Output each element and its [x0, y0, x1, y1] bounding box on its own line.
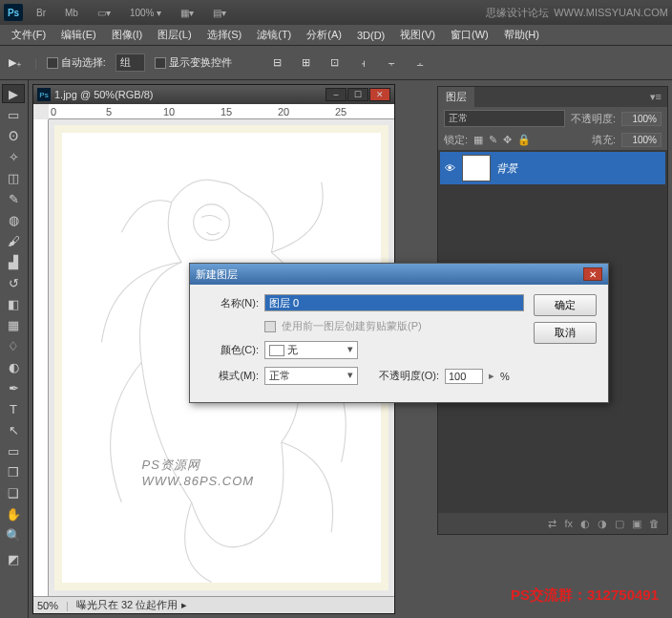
menu-image[interactable]: 图像(I)	[106, 26, 148, 44]
dialog-titlebar[interactable]: 新建图层 ✕	[190, 264, 608, 285]
br-button[interactable]: Br	[31, 6, 52, 20]
layer-name[interactable]: 背景	[496, 161, 517, 176]
crop-tool[interactable]: ◫	[2, 168, 25, 187]
vertical-ruler	[33, 119, 49, 596]
screenmode-icon[interactable]: ▭▾	[92, 6, 116, 20]
mode-label: 模式(M):	[201, 369, 259, 383]
lock-pixels-icon[interactable]: ✎	[489, 134, 497, 146]
arrange-icon[interactable]: ▤▾	[207, 6, 232, 20]
link-layers-icon[interactable]: ⇄	[548, 518, 556, 530]
align-icon[interactable]: ⫞	[354, 55, 373, 71]
autoselect-checkbox[interactable]: 自动选择:	[47, 55, 106, 70]
menu-select[interactable]: 选择(S)	[201, 26, 248, 44]
gradient-tool[interactable]: ▦	[2, 315, 25, 334]
stamp-tool[interactable]: ▟	[2, 252, 25, 271]
3d-camera-tool[interactable]: ❑	[2, 483, 25, 502]
color-swap-icon[interactable]: ◩	[2, 546, 25, 571]
dialog-close-button[interactable]: ✕	[583, 267, 602, 281]
move-tool[interactable]: ▶	[2, 84, 25, 103]
layer-thumbnail[interactable]	[462, 155, 491, 181]
autoselect-type-select[interactable]: 组	[116, 53, 145, 72]
dodge-tool[interactable]: ◐	[2, 357, 25, 376]
brush-tool[interactable]: 🖌	[2, 231, 25, 250]
menu-help[interactable]: 帮助(H)	[498, 26, 545, 44]
lock-all-icon[interactable]: 🔒	[517, 134, 531, 146]
3d-tool[interactable]: ❒	[2, 462, 25, 481]
path-tool[interactable]: ↖	[2, 420, 25, 439]
percent-label: %	[500, 371, 510, 382]
marquee-tool[interactable]: ▭	[2, 105, 25, 124]
mb-button[interactable]: Mb	[59, 6, 84, 20]
show-transform-checkbox[interactable]: 显示变换控件	[155, 55, 232, 70]
forum-name: 思缘设计论坛	[486, 7, 549, 18]
app-titlebar: Ps Br Mb ▭▾ 100% ▾ ▦▾ ▤▾ 思缘设计论坛 WWW.MISS…	[0, 0, 672, 25]
zoom-level[interactable]: 100% ▾	[124, 6, 167, 20]
delete-layer-icon[interactable]: 🗑	[649, 518, 660, 529]
minimize-button[interactable]: –	[326, 88, 346, 101]
menu-analysis[interactable]: 分析(A)	[301, 26, 347, 44]
document-titlebar[interactable]: Ps 1.jpg @ 50%(RGB/8) – ☐ ✕	[33, 85, 394, 104]
view-extras-icon[interactable]: ▦▾	[175, 6, 200, 20]
hand-tool[interactable]: ✋	[2, 504, 25, 523]
opacity-value[interactable]: 100%	[621, 112, 662, 126]
group-icon[interactable]: ▢	[615, 518, 624, 530]
status-text: 曝光只在 32 位起作用	[76, 598, 178, 612]
maximize-button[interactable]: ☐	[347, 88, 368, 101]
lock-transparency-icon[interactable]: ▦	[473, 134, 483, 146]
lock-position-icon[interactable]: ✥	[503, 134, 512, 146]
zoom-tool[interactable]: 🔍	[2, 525, 25, 544]
menu-edit[interactable]: 编辑(E)	[55, 26, 102, 44]
layer-row[interactable]: 👁 背景	[440, 152, 665, 184]
mask-icon[interactable]: ◐	[580, 518, 590, 530]
layers-tab[interactable]: 图层	[438, 87, 474, 107]
menubar: 文件(F) 编辑(E) 图像(I) 图层(L) 选择(S) 滤镜(T) 分析(A…	[0, 25, 672, 46]
color-select[interactable]: 无	[264, 341, 358, 359]
ok-button[interactable]: 确定	[534, 294, 597, 316]
cancel-button[interactable]: 取消	[534, 322, 597, 344]
lock-label: 锁定:	[444, 133, 468, 147]
tools-palette: ▶ ▭ ʘ ✧ ◫ ✎ ◍ 🖌 ▟ ↺ ◧ ▦ ♢ ◐ ✒ T ↖ ▭ ❒ ❑ …	[0, 80, 29, 618]
visibility-icon[interactable]: 👁	[443, 161, 456, 175]
eyedropper-tool[interactable]: ✎	[2, 189, 25, 208]
menu-3d[interactable]: 3D(D)	[351, 28, 390, 43]
align-icon[interactable]: ⫠	[411, 55, 430, 71]
opacity-input[interactable]: 100	[445, 369, 483, 384]
panel-menu-icon[interactable]: ▾≡	[644, 91, 667, 103]
blend-mode-select[interactable]: 正常	[444, 110, 565, 127]
new-layer-dialog: 新建图层 ✕ 名称(N): 使用前一图层创建剪贴蒙版(P) 颜色(C): 无 模…	[189, 263, 609, 403]
menu-layer[interactable]: 图层(L)	[152, 26, 197, 44]
menu-window[interactable]: 窗口(W)	[445, 26, 494, 44]
menu-file[interactable]: 文件(F)	[6, 26, 52, 44]
adjustment-icon[interactable]: ◑	[598, 518, 607, 530]
history-brush-tool[interactable]: ↺	[2, 273, 25, 292]
healing-tool[interactable]: ◍	[2, 210, 25, 229]
pen-tool[interactable]: ✒	[2, 378, 25, 397]
layer-name-input[interactable]	[264, 294, 524, 311]
align-icon[interactable]: ⫟	[383, 55, 402, 71]
type-tool[interactable]: T	[2, 399, 25, 418]
forum-url: WWW.MISSYUAN.COM	[554, 7, 668, 18]
wand-tool[interactable]: ✧	[2, 147, 25, 166]
fx-icon[interactable]: fx	[564, 518, 573, 529]
document-statusbar: 50% | 曝光只在 32 位起作用 ▸	[33, 596, 394, 613]
shape-tool[interactable]: ▭	[2, 441, 25, 460]
align-icon[interactable]: ⊟	[268, 55, 287, 71]
lasso-tool[interactable]: ʘ	[2, 126, 25, 145]
mode-select[interactable]: 正常	[264, 367, 358, 385]
clip-mask-checkbox	[264, 321, 276, 332]
blur-tool[interactable]: ♢	[2, 336, 25, 355]
menu-view[interactable]: 视图(V)	[394, 26, 441, 44]
opacity-spin-icon[interactable]: ▸	[489, 370, 494, 382]
fill-label: 填充:	[592, 133, 616, 147]
fill-value[interactable]: 100%	[621, 133, 662, 147]
opacity-label: 不透明度:	[571, 112, 616, 126]
close-button[interactable]: ✕	[369, 88, 390, 101]
zoom-readout[interactable]: 50%	[37, 600, 58, 611]
new-layer-icon[interactable]: ▣	[632, 518, 641, 530]
name-label: 名称(N):	[201, 296, 259, 310]
layers-footer: ⇄ fx ◐ ◑ ▢ ▣ 🗑	[438, 513, 667, 534]
eraser-tool[interactable]: ◧	[2, 294, 25, 313]
menu-filter[interactable]: 滤镜(T)	[251, 26, 297, 44]
align-icon[interactable]: ⊡	[326, 55, 345, 71]
align-icon[interactable]: ⊞	[297, 55, 316, 71]
